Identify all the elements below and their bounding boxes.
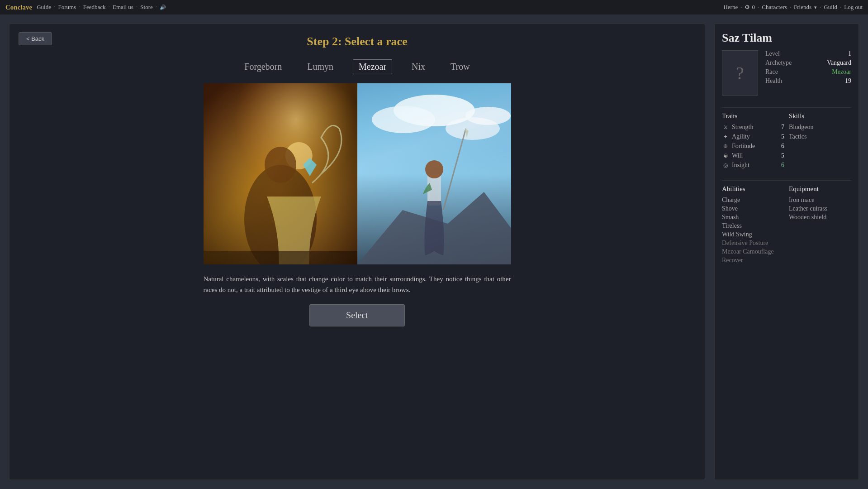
- insight-icon: [722, 162, 729, 169]
- dot8: ·: [790, 4, 791, 11]
- ability-smash: Smash: [722, 214, 784, 221]
- trait-will: Will 5: [722, 152, 784, 159]
- trait-val-will: 5: [781, 152, 784, 159]
- nav-store[interactable]: Store: [140, 4, 152, 11]
- health-label: Health: [765, 77, 782, 85]
- nav-friends[interactable]: Friends: [794, 4, 811, 11]
- dot6: ·: [740, 4, 742, 11]
- character-panel: Saz Tilam ? Level 1 Archetype Vanguard R…: [714, 24, 859, 480]
- traits-column: Traits Strength 7 Agility 5 Fortitude 6: [722, 112, 784, 171]
- dot: ·: [54, 4, 56, 11]
- logo: Conclave: [5, 4, 32, 11]
- friends-dropdown-icon[interactable]: ▾: [814, 5, 817, 10]
- trait-insight: Insight 6: [722, 162, 784, 169]
- agility-icon: [722, 133, 729, 140]
- nav-characters[interactable]: Characters: [762, 4, 787, 11]
- social-icon: ⚙: [745, 4, 750, 11]
- race-tabs: Forgeborn Lumyn Mezoar Nix Trow: [23, 59, 691, 74]
- skill-bludgeon: Bludgeon: [789, 124, 851, 131]
- race-images: [204, 83, 511, 264]
- step-title: Step 2: Select a race: [23, 35, 691, 48]
- speaker-icon[interactable]: [160, 4, 166, 11]
- dot10: ·: [840, 4, 841, 11]
- svg-point-14: [425, 160, 443, 178]
- dot2: ·: [79, 4, 81, 11]
- trait-name-fortitude: Fortitude: [732, 143, 778, 150]
- nav-forums[interactable]: Forums: [58, 4, 76, 11]
- character-name: Saz Tilam: [722, 31, 851, 45]
- abilities-equipment-row: Abilities Charge Shove Smash Tireless Wi…: [722, 185, 851, 265]
- trait-name-agility: Agility: [732, 133, 778, 140]
- back-button[interactable]: < Back: [19, 32, 52, 45]
- level-label: Level: [765, 50, 780, 58]
- race-value: Mezoar: [832, 68, 851, 76]
- ability-recover: Recover: [722, 257, 784, 264]
- equipment-leather-cuirass: Leather cuirass: [789, 205, 851, 212]
- nav-feedback[interactable]: Feedback: [83, 4, 106, 11]
- dot5: ·: [156, 4, 157, 11]
- topbar: Conclave Guide · Forums · Feedback · Ema…: [0, 0, 868, 14]
- trait-val-insight: 6: [781, 162, 784, 169]
- stat-health: Health 19: [765, 77, 851, 85]
- skill-tactics: Tactics: [789, 133, 851, 140]
- ability-shove: Shove: [722, 205, 784, 212]
- equipment-header: Equipment: [789, 185, 851, 193]
- level-value: 1: [848, 50, 851, 58]
- dot4: ·: [136, 4, 138, 11]
- trait-name-will: Will: [732, 152, 778, 159]
- social-count[interactable]: 0: [752, 4, 755, 11]
- race-tab-forgeborn[interactable]: Forgeborn: [238, 59, 288, 74]
- trait-name-strength: Strength: [732, 124, 778, 131]
- portrait-placeholder: ?: [736, 62, 744, 84]
- dot7: ·: [758, 4, 759, 11]
- username-link[interactable]: Herne: [723, 4, 738, 11]
- ability-wild-swing: Wild Swing: [722, 231, 784, 238]
- content-panel: < Back Step 2: Select a race Forgeborn L…: [9, 24, 705, 480]
- ability-mezoar-camouflage: Mezoar Camouflage: [722, 248, 784, 255]
- svg-point-4: [265, 147, 296, 183]
- stat-level: Level 1: [765, 50, 851, 58]
- equipment-wooden-shield: Wooden shield: [789, 214, 851, 221]
- race-tab-trow[interactable]: Trow: [445, 59, 476, 74]
- dot3: ·: [109, 4, 110, 11]
- will-icon: [722, 152, 729, 159]
- trait-strength: Strength 7: [722, 124, 784, 131]
- abilities-column: Abilities Charge Shove Smash Tireless Wi…: [722, 185, 784, 265]
- ability-defensive-posture: Defensive Posture: [722, 240, 784, 247]
- main-container: < Back Step 2: Select a race Forgeborn L…: [0, 14, 868, 489]
- select-button[interactable]: Select: [309, 304, 405, 326]
- logo-con: Con: [5, 4, 18, 11]
- race-label: Race: [765, 68, 778, 76]
- divider-2: [722, 180, 851, 181]
- abilities-header: Abilities: [722, 185, 784, 193]
- nav-links: Guide · Forums · Feedback · Email us · S…: [37, 4, 166, 11]
- race-tab-nix[interactable]: Nix: [406, 59, 431, 74]
- traits-header: Traits: [722, 112, 784, 120]
- character-portrait-row: ? Level 1 Archetype Vanguard Race Mezoar…: [722, 50, 851, 96]
- nav-guide[interactable]: Guide: [37, 4, 51, 11]
- archetype-label: Archetype: [765, 59, 792, 67]
- svg-rect-6: [204, 251, 357, 264]
- equipment-column: Equipment Iron mace Leather cuirass Wood…: [789, 185, 851, 265]
- race-description: Natural chameleons, with scales that cha…: [204, 273, 511, 295]
- race-image-right: [357, 83, 511, 264]
- stat-race: Race Mezoar: [765, 68, 851, 76]
- nav-guild[interactable]: Guild: [824, 4, 837, 11]
- trait-fortitude: Fortitude 6: [722, 143, 784, 150]
- trait-val-strength: 7: [781, 124, 784, 131]
- trait-val-fortitude: 6: [781, 143, 784, 150]
- strength-icon: [722, 124, 729, 131]
- trait-name-insight: Insight: [732, 162, 778, 169]
- race-tab-mezoar[interactable]: Mezoar: [353, 59, 392, 74]
- character-stats: Level 1 Archetype Vanguard Race Mezoar H…: [765, 50, 851, 85]
- stat-archetype: Archetype Vanguard: [765, 59, 851, 67]
- traits-skills-row: Traits Strength 7 Agility 5 Fortitude 6: [722, 112, 851, 171]
- health-value: 19: [845, 77, 851, 85]
- race-tab-lumyn[interactable]: Lumyn: [301, 59, 339, 74]
- nav-logout[interactable]: Log out: [844, 4, 863, 11]
- trait-val-agility: 5: [781, 133, 784, 140]
- nav-email[interactable]: Email us: [113, 4, 133, 11]
- race-image-left: [204, 83, 357, 264]
- divider-1: [722, 107, 851, 108]
- right-nav: Herne · ⚙ 0 · Characters · Friends ▾ · G…: [723, 4, 863, 11]
